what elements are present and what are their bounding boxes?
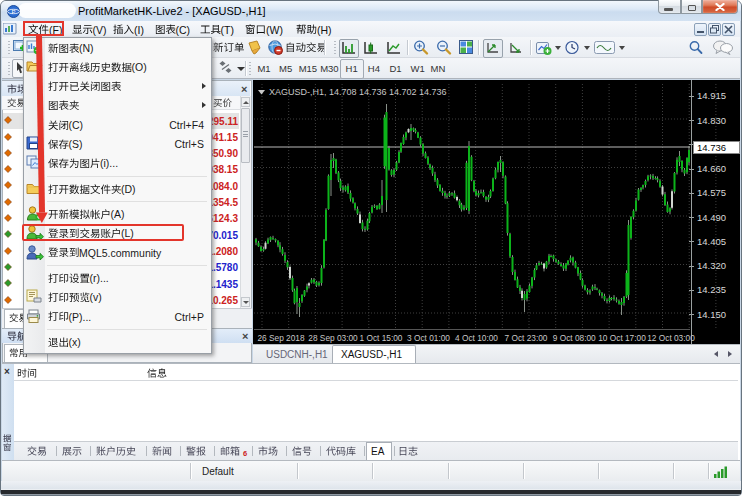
svg-text:P: P xyxy=(11,9,15,15)
